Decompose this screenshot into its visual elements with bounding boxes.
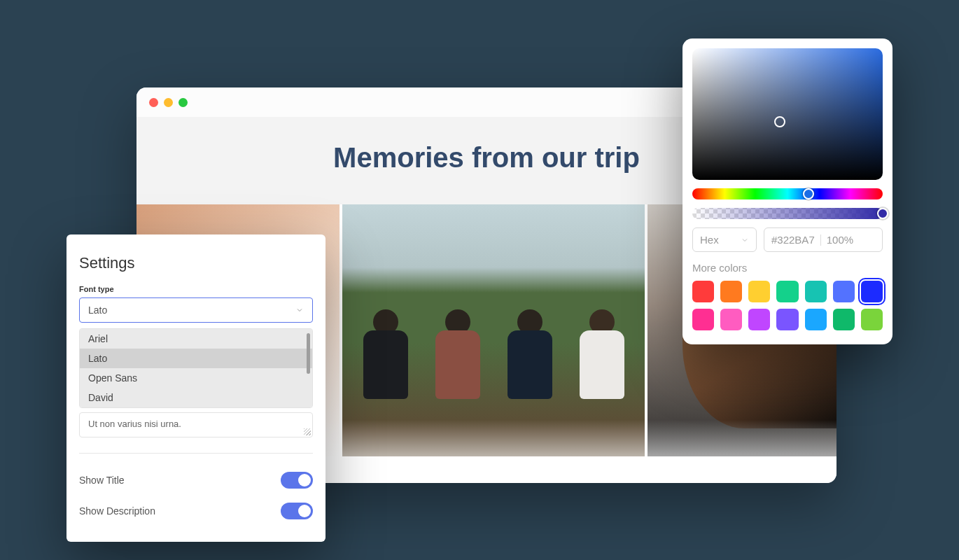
color-saturation-field[interactable]	[692, 48, 883, 180]
photo-people	[349, 295, 638, 407]
swatch-green[interactable]	[776, 281, 798, 302]
chevron-down-icon	[741, 236, 749, 244]
description-textarea[interactable]: Ut non varius nisi urna.	[79, 412, 313, 438]
dropdown-scrollbar[interactable]	[307, 333, 310, 374]
swatch-teal[interactable]	[805, 281, 827, 302]
show-title-label: Show Title	[79, 475, 125, 486]
window-maximize-button[interactable]	[178, 98, 188, 107]
hex-code: #322BA7	[771, 234, 815, 246]
swatch-royalblue[interactable]	[861, 281, 883, 302]
hue-thumb-icon[interactable]	[803, 188, 814, 200]
swatch-pink[interactable]	[720, 309, 742, 330]
swatch-blue[interactable]	[833, 281, 855, 302]
swatch-orange[interactable]	[720, 281, 742, 302]
swatch-emerald[interactable]	[833, 309, 855, 330]
show-description-row: Show Description	[79, 496, 313, 526]
show-description-label: Show Description	[79, 505, 155, 517]
font-option-david[interactable]: David	[80, 388, 312, 407]
swatch-violet[interactable]	[776, 309, 798, 330]
swatch-yellow[interactable]	[748, 281, 770, 302]
font-type-selected-value: Lato	[88, 304, 107, 316]
hue-slider[interactable]	[692, 188, 883, 200]
window-minimize-button[interactable]	[164, 98, 173, 107]
swatch-red[interactable]	[692, 281, 714, 302]
font-type-label: Font type	[79, 285, 313, 293]
font-option-ariel[interactable]: Ariel	[80, 329, 312, 349]
resize-handle-icon[interactable]	[304, 428, 311, 435]
window-close-button[interactable]	[149, 98, 158, 107]
gallery-photo-2	[342, 204, 645, 456]
settings-title: Settings	[79, 254, 313, 272]
swatch-magenta[interactable]	[692, 309, 714, 330]
separator	[820, 234, 821, 246]
opacity-value: 100%	[827, 234, 853, 246]
settings-panel: Settings Font type Lato Ariel Lato Open …	[66, 234, 326, 542]
description-value: Ut non varius nisi urna.	[88, 419, 181, 429]
swatch-skyblue[interactable]	[805, 309, 827, 330]
font-option-opensans[interactable]: Open Sans	[80, 368, 312, 388]
color-format-select[interactable]: Hex	[692, 227, 757, 252]
font-type-dropdown: Ariel Lato Open Sans David	[79, 328, 313, 408]
show-title-toggle[interactable]	[281, 472, 313, 489]
alpha-thumb-icon[interactable]	[877, 208, 888, 219]
swatch-grid	[692, 281, 883, 330]
chevron-down-icon	[295, 306, 304, 314]
color-picker-panel: Hex #322BA7 100% More colors	[682, 38, 892, 344]
swatch-purple[interactable]	[748, 309, 770, 330]
color-format-value: Hex	[700, 234, 719, 246]
alpha-slider[interactable]	[692, 208, 883, 219]
font-option-lato[interactable]: Lato	[80, 349, 312, 368]
show-title-row: Show Title	[79, 465, 313, 496]
color-field-cursor-icon[interactable]	[774, 116, 785, 127]
hex-value-input[interactable]: #322BA7 100%	[764, 227, 883, 252]
swatch-lime[interactable]	[861, 309, 883, 330]
show-description-toggle[interactable]	[281, 503, 313, 519]
font-type-select[interactable]: Lato	[79, 298, 313, 323]
more-colors-label: More colors	[692, 262, 883, 274]
divider	[79, 453, 313, 454]
